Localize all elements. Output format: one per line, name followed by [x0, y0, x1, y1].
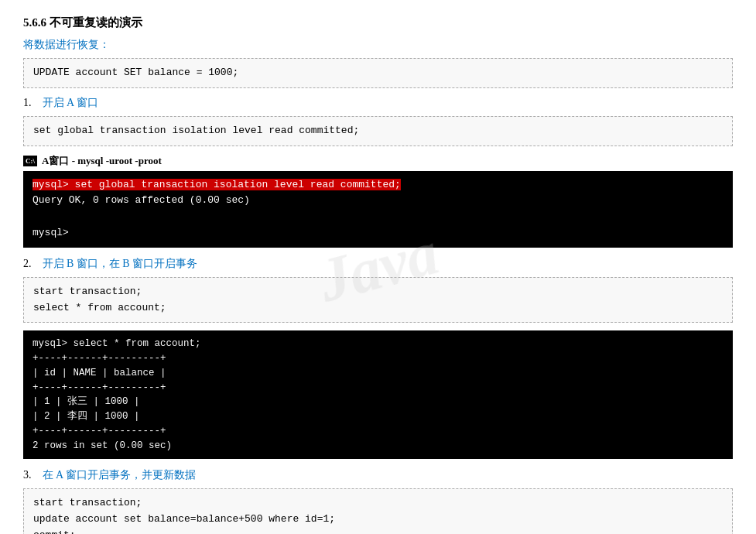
- step-3-code-line-2: update account set balance=balance+500 w…: [33, 512, 723, 528]
- terminal-2-line-2: +----+------+---------+: [32, 351, 724, 366]
- terminal-1-line-2: Query OK, 0 rows affected (0.00 sec): [32, 193, 724, 209]
- step-1-code-box: set global transaction isolation level r…: [23, 116, 733, 146]
- step-3-label: 3. 在 A 窗口开启事务，并更新数据: [23, 468, 733, 482]
- terminal-2-line-6: | 2 | 李四 | 1000 |: [32, 409, 724, 424]
- terminal-2-line-8: 2 rows in set (0.00 sec): [32, 439, 724, 454]
- terminal-2-line-1: mysql> select * from account;: [32, 337, 724, 351]
- step-2-label: 2. 开启 B 窗口，在 B 窗口开启事务: [23, 257, 733, 271]
- terminal-1-line-4: mysql>: [32, 225, 724, 241]
- step-2-code-line-2: select * from account;: [33, 300, 723, 317]
- terminal-2-line-7: +----+------+---------+: [32, 424, 724, 439]
- terminal-2-block: mysql> select * from account; +----+----…: [23, 330, 733, 459]
- step-2-code-line-1: start transaction;: [33, 284, 723, 300]
- terminal-icon-1: C:\: [23, 156, 37, 166]
- terminal-2-content: mysql> select * from account; +----+----…: [32, 337, 724, 453]
- terminal-1-line-1: mysql> set global transaction isolation …: [32, 177, 724, 193]
- section-title: 5.6.6 不可重复读的演示: [23, 15, 733, 30]
- terminal-2-line-3: | id | NAME | balance |: [32, 366, 724, 381]
- step-2-code-box: start transaction; select * from account…: [23, 277, 733, 323]
- terminal-2-line-4: +----+------+---------+: [32, 381, 724, 395]
- step-3-code-box: start transaction; update account set ba…: [23, 488, 733, 534]
- terminal-1-line-3: [32, 209, 724, 225]
- step-1-code-line-1: set global transaction isolation level r…: [33, 125, 359, 136]
- step-3-code-line-1: start transaction;: [33, 495, 723, 512]
- step-1-label: 1. 开启 A 窗口: [23, 96, 733, 110]
- terminal-2-line-5: | 1 | 张三 | 1000 |: [32, 395, 724, 409]
- terminal-1-block: mysql> set global transaction isolation …: [23, 171, 733, 248]
- restore-code-text: UPDATE account SET balance = 1000;: [33, 67, 238, 78]
- subtitle: 将数据进行恢复：: [23, 38, 733, 52]
- step-3-code-line-3: commit;: [33, 528, 723, 534]
- terminal-1-title: A窗口 - mysql -uroot -proot: [42, 154, 162, 168]
- terminal-1-header: C:\ A窗口 - mysql -uroot -proot: [23, 154, 733, 168]
- restore-code-box: UPDATE account SET balance = 1000;: [23, 58, 733, 88]
- terminal-1-highlight: mysql> set global transaction isolation …: [32, 179, 401, 190]
